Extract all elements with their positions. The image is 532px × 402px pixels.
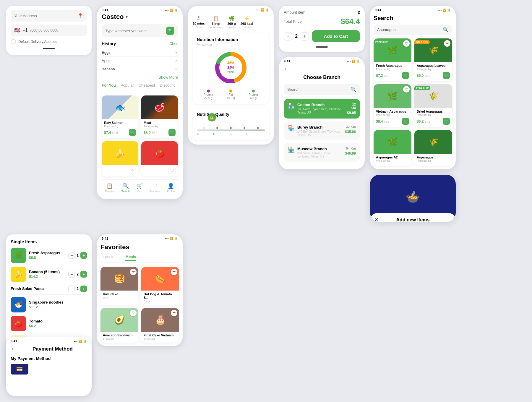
- product-sub: Price per kg: [144, 125, 176, 128]
- back-button[interactable]: ←: [284, 66, 360, 72]
- add-to-cart-button[interactable]: 🛒: [168, 129, 176, 136]
- quantity-value: 2: [295, 34, 298, 39]
- default-address-checkbox[interactable]: [11, 39, 16, 44]
- tab-discount[interactable]: Discount: [160, 83, 175, 89]
- tab-ingredients[interactable]: Ingredients: [100, 255, 119, 261]
- show-more-button[interactable]: Show More: [102, 75, 178, 80]
- result-price: $8.4: [376, 119, 383, 124]
- favorite-heart[interactable]: ❤: [171, 269, 177, 275]
- add-cart-button[interactable]: 🛒: [443, 118, 450, 125]
- favorite-button[interactable]: ❤: [444, 40, 450, 47]
- store-header[interactable]: Costco ▾: [102, 13, 178, 21]
- branch-item-costco[interactable]: 🏪 Costco Branch 100 North Tryon Street, …: [284, 99, 360, 119]
- result-asparagus-plain[interactable]: 🌾 Asparagus Price per kg: [414, 130, 452, 166]
- time-label: Ingredients: [210, 26, 223, 29]
- add-to-cart-button[interactable]: ♡: [168, 167, 176, 174]
- add-to-cart-button[interactable]: 🛒: [129, 129, 136, 136]
- increase-btn[interactable]: +: [80, 252, 87, 259]
- chevron-down-icon[interactable]: ▾: [126, 14, 128, 19]
- product-emoji: 🌾: [428, 137, 439, 147]
- branch-item-burey[interactable]: 🏪 Burey Branch 146 Befi Street Street, T…: [284, 121, 360, 140]
- nav-recipes[interactable]: 📋 Recipes: [105, 183, 115, 193]
- cart-item-name: Singapore noodles: [29, 300, 87, 304]
- nav-favorites[interactable]: ♡ Favorites: [150, 183, 160, 193]
- nav-search[interactable]: 🔍 Search: [121, 183, 130, 193]
- result-name: Asparagus Leaves: [417, 64, 450, 67]
- meal-kiwi-cake[interactable]: 🥞 ❤ Kiwi Cake Lunch: [100, 267, 138, 305]
- add-to-cart-button[interactable]: Add to Cart: [312, 30, 360, 42]
- meal-name: Kiwi Cake: [103, 292, 136, 296]
- time: 9:41: [102, 8, 108, 12]
- tab-meals[interactable]: Meals: [125, 255, 136, 261]
- product-image: 🥩: [141, 95, 178, 119]
- back-button[interactable]: ←: [11, 346, 16, 352]
- item-qty: 1: [77, 253, 79, 257]
- protein-pct: 46%: [227, 61, 234, 66]
- free-ship-badge: FREE SHIP: [374, 40, 390, 44]
- favorite-button[interactable]: ♡: [403, 40, 410, 47]
- product-card-banana[interactable]: 🍌 ♡: [102, 141, 138, 176]
- tab-for-you[interactable]: For You: [102, 83, 116, 89]
- increase-btn[interactable]: +: [80, 286, 87, 292]
- quantity-increase[interactable]: +: [301, 32, 309, 40]
- remove-history-icon[interactable]: ✕: [175, 59, 178, 63]
- decrease-btn[interactable]: −: [68, 271, 75, 278]
- result-fresh-asparagus[interactable]: 🌿 FREE SHIP ♡ Fresh Asparagus Price per …: [374, 38, 411, 81]
- clear-button[interactable]: Clear: [169, 42, 178, 46]
- remove-history-icon[interactable]: ✕: [175, 51, 178, 55]
- result-dried-asparagus[interactable]: 🌾 FREE SHIP Dried Asparagus Price per kg…: [414, 84, 452, 127]
- tab-cheapest[interactable]: Cheapest: [139, 83, 155, 89]
- add-to-cart-button[interactable]: ♡: [129, 167, 136, 174]
- legend-val: 27.0 g: [204, 96, 213, 100]
- history-item-eggs[interactable]: Eggs ✕: [102, 48, 178, 57]
- search-box[interactable]: 🔍: [102, 24, 178, 37]
- meal-hotdog[interactable]: 🌭 ❤ Hot Dog & Tomato S... Dinner: [141, 267, 179, 305]
- tab-popular[interactable]: Popular: [121, 83, 134, 89]
- increase-btn[interactable]: +: [80, 271, 87, 278]
- remove-history-icon[interactable]: ✕: [175, 67, 178, 71]
- quantity-decrease[interactable]: −: [284, 32, 292, 40]
- branch-search-box[interactable]: 🔍: [284, 84, 360, 95]
- favorite-heart[interactable]: ❤: [171, 310, 177, 316]
- result-vietnam-asparagus[interactable]: 🌿 ♡ Vietnam Asparagus Price per kg $8.4 …: [374, 84, 411, 127]
- meal-float-cake[interactable]: 🎂 ❤ Float Cake Vietnam Breakfast: [141, 308, 179, 343]
- branch-item-muscow[interactable]: 🏪 Muscow Branch 801 Soca Highway Street,…: [284, 143, 360, 162]
- product-card-meat[interactable]: 🥩 Meat Price per kg $8.9$9.4 🛒: [141, 95, 178, 138]
- search-input[interactable]: [105, 29, 166, 33]
- cart-item-controls: − 2 +: [68, 286, 87, 292]
- battery-icon: 🔋: [174, 237, 178, 240]
- favorite-heart[interactable]: ♡: [130, 310, 137, 316]
- nav-profile[interactable]: 👤 Profile: [167, 183, 175, 193]
- history-item-apple[interactable]: Apple ✕: [102, 57, 178, 65]
- address-input-field[interactable]: 📍: [11, 10, 87, 22]
- default-address-row[interactable]: Default Delivery Address: [11, 39, 87, 44]
- close-button[interactable]: ✕: [374, 217, 379, 222]
- branch-address: 146 Befi Street Street, Tibvuvde, Texas,…: [297, 130, 345, 137]
- decrease-btn[interactable]: −: [68, 252, 75, 259]
- favorite-button[interactable]: ♡: [403, 86, 410, 93]
- signal-icon: ▪▪▪: [347, 60, 351, 63]
- favorite-heart[interactable]: ❤: [130, 269, 137, 275]
- product-card-tomato[interactable]: 🍅 ♡: [141, 141, 178, 176]
- cart-item-controls: − 1 +: [68, 252, 87, 259]
- time-label: Time: [196, 26, 202, 29]
- result-asparagus-leaves[interactable]: 🌾 SALE 12% ❤ Asparagus Leaves Price per …: [414, 38, 452, 81]
- add-cart-button[interactable]: 🛒: [402, 118, 409, 125]
- add-cart-button[interactable]: 🛒: [402, 72, 409, 79]
- address-input[interactable]: [14, 14, 77, 18]
- phone-input-row[interactable]: 🇺🇸 +1 (000)00 000 0000: [11, 25, 87, 36]
- meal-avocado[interactable]: 🥑 ♡ Avocado Sandwich Breakfast: [100, 308, 138, 343]
- branch-search-input[interactable]: [287, 87, 348, 92]
- search-bar[interactable]: 🔍: [374, 25, 452, 35]
- decrease-btn[interactable]: −: [68, 286, 75, 292]
- time-value: 10 mins: [193, 22, 205, 25]
- product-card-salmon[interactable]: 🐟 Raw Salmon Price per kg $7.4$9.9 🛒: [102, 95, 138, 138]
- status-bar: 9:41 ▪▪▪ 🛜 🔋: [6, 337, 92, 344]
- add-cart-button[interactable]: 🛒: [443, 72, 450, 79]
- result-asparagus-a2[interactable]: 🌿 Asparagus A2 Price per kg: [374, 130, 411, 166]
- nav-cart[interactable]: 🛒 Cart: [136, 183, 143, 193]
- history-item-banana[interactable]: Banana ✕: [102, 65, 178, 73]
- search-button[interactable]: 🔍: [166, 27, 174, 35]
- wifi-icon: 🛜: [79, 340, 82, 343]
- search-input[interactable]: [377, 27, 440, 32]
